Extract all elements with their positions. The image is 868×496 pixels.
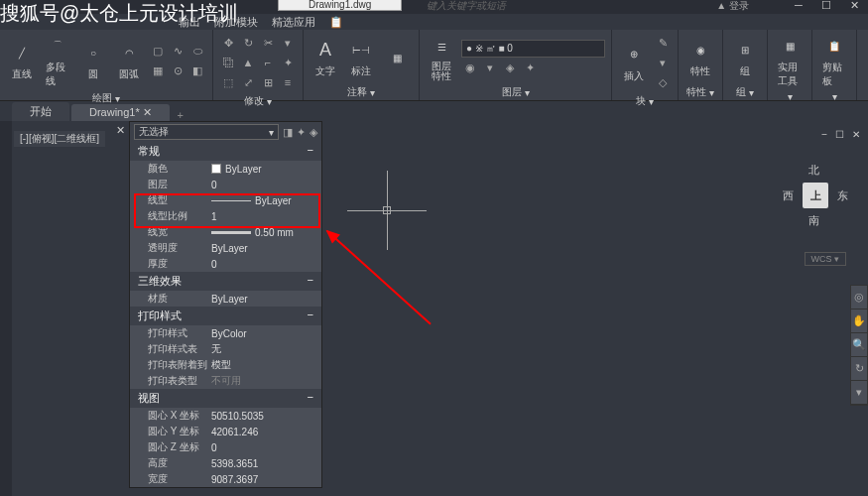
prop-layer[interactable]: 图层0 <box>130 177 321 192</box>
prop-cz[interactable]: 圆心 Z 坐标0 <box>130 439 321 455</box>
layer-tool3-icon[interactable]: ◈ <box>501 60 519 77</box>
group-button[interactable]: ⊞组 <box>727 36 763 80</box>
viewport-label[interactable]: [-][俯视][二维线框] <box>14 131 105 147</box>
panel-close-icon[interactable]: ✕ <box>116 124 125 137</box>
table-button[interactable]: ▦ <box>379 45 415 72</box>
rotate-icon[interactable]: ↻ <box>239 34 257 52</box>
offset-icon[interactable]: ≡ <box>279 73 297 91</box>
prop-tool2-icon[interactable]: ✦ <box>297 126 306 139</box>
close-button[interactable]: ✕ <box>840 0 868 12</box>
nav-wheel-icon[interactable]: ◎ <box>851 286 867 310</box>
rect-icon[interactable]: ▢ <box>149 43 167 61</box>
cube-south[interactable]: 南 <box>808 213 819 228</box>
cube-east[interactable]: 东 <box>837 188 848 203</box>
section-plot[interactable]: 打印样式− <box>130 307 321 325</box>
prop-linetype[interactable]: 线型ByLayer <box>130 192 321 208</box>
prop-material[interactable]: 材质ByLayer <box>130 291 321 307</box>
prop-plottype[interactable]: 打印表类型不可用 <box>130 373 321 389</box>
line-button[interactable]: ╱直线 <box>4 39 40 83</box>
layer-tool-icon[interactable]: ◉ <box>461 60 479 77</box>
menu-extra[interactable]: 📋 <box>329 16 343 29</box>
props-label[interactable]: 特性 ▾ <box>682 84 718 100</box>
prop-ltscale[interactable]: 线型比例1 <box>130 208 321 224</box>
trim-icon[interactable]: ✂ <box>259 34 277 52</box>
dim-button[interactable]: ⊢⊣标注 <box>343 36 379 80</box>
section-3d[interactable]: 三维效果− <box>130 272 321 291</box>
cube-west[interactable]: 西 <box>783 188 794 203</box>
util-label[interactable]: ▾ <box>772 90 807 103</box>
block-attr-icon[interactable]: ▾ <box>654 54 672 71</box>
minimize-button[interactable]: ─ <box>785 0 812 12</box>
util-button[interactable]: ▦实用工具 <box>772 32 807 90</box>
doc-maximize[interactable]: ☐ <box>835 129 844 140</box>
prop-lineweight[interactable]: 线宽0.50 mm <box>130 224 321 240</box>
layer-combo[interactable]: ● ※ ㎡ ■ 0 <box>461 40 605 58</box>
wcs-label[interactable]: WCS ▾ <box>805 252 847 266</box>
tab-add-button[interactable]: + <box>172 109 189 121</box>
layer-tool4-icon[interactable]: ✦ <box>521 60 539 77</box>
fillet-icon[interactable]: ⌐ <box>259 54 277 71</box>
polyline-button[interactable]: ⌒多段线 <box>40 32 75 90</box>
prop-tool1-icon[interactable]: ◨ <box>283 126 293 139</box>
stretch-icon[interactable]: ⬚ <box>219 73 237 91</box>
nav-pan-icon[interactable]: ✋ <box>851 310 867 333</box>
erase-icon[interactable]: ▾ <box>279 34 297 52</box>
selection-dropdown[interactable]: 无选择▾ <box>134 124 279 140</box>
arc-button[interactable]: ◠圆弧 <box>111 39 147 83</box>
point-icon[interactable]: ⊙ <box>169 62 186 80</box>
prop-height[interactable]: 高度5398.3651 <box>130 455 321 471</box>
doc-minimize[interactable]: − <box>821 129 827 140</box>
prop-width[interactable]: 宽度9087.3697 <box>130 471 321 487</box>
region-icon[interactable]: ◧ <box>188 62 206 80</box>
prop-thickness[interactable]: 厚度0 <box>130 256 321 272</box>
view-button[interactable]: ▭视图 <box>861 38 868 82</box>
circle-button[interactable]: ○圆 <box>75 39 111 83</box>
move-icon[interactable]: ✥ <box>219 34 237 52</box>
annot-label[interactable]: 注释 ▾ <box>308 84 415 100</box>
scale-icon[interactable]: ⤢ <box>239 73 257 91</box>
section-view[interactable]: 视图− <box>130 389 321 408</box>
prop-tool3-icon[interactable]: ◈ <box>310 126 317 139</box>
ellipse-icon[interactable]: ⬭ <box>188 43 206 61</box>
view-cube[interactable]: 上 北 南 东 西 <box>781 161 850 230</box>
spline-icon[interactable]: ∿ <box>169 43 186 61</box>
section-general[interactable]: 常规− <box>130 142 321 161</box>
prop-plottable[interactable]: 打印样式表无 <box>130 341 321 357</box>
nav-zoom-icon[interactable]: 🔍 <box>851 333 867 357</box>
maximize-button[interactable]: ☐ <box>812 0 840 12</box>
insert-button[interactable]: ⊕插入 <box>616 41 652 85</box>
props-button[interactable]: ◉特性 <box>682 36 718 80</box>
drawing-canvas[interactable]: − ☐ ✕ 上 北 南 东 西 WCS ▾ ◎ ✋ 🔍 ↻ ▾ <box>327 121 868 496</box>
tab-start[interactable]: 开始 <box>12 102 69 121</box>
menu-featured[interactable]: 精选应用 <box>272 15 315 30</box>
layer-props-button[interactable]: ☰图层 特性 <box>424 33 459 83</box>
explode-icon[interactable]: ✦ <box>279 54 297 71</box>
copy-icon[interactable]: ⿻ <box>219 54 237 71</box>
view-label[interactable]: ▾ <box>861 87 868 100</box>
prop-plotstyle[interactable]: 打印样式ByColor <box>130 325 321 341</box>
array-icon[interactable]: ⊞ <box>259 73 277 91</box>
block-edit-icon[interactable]: ✎ <box>654 34 672 52</box>
prop-plotattached[interactable]: 打印表附着到模型 <box>130 357 321 373</box>
login-button[interactable]: ▲ 登录 <box>716 0 749 13</box>
block-label[interactable]: 块 ▾ <box>616 93 674 109</box>
modify-label[interactable]: 修改 ▾ <box>217 93 299 109</box>
clip-button[interactable]: 📋剪贴板 <box>816 32 852 90</box>
layer-tool2-icon[interactable]: ▾ <box>481 60 499 77</box>
layer-label[interactable]: 图层 ▾ <box>424 84 607 100</box>
clip-label[interactable]: ▾ <box>816 90 852 103</box>
group-label[interactable]: 组 ▾ <box>727 84 763 100</box>
nav-show-icon[interactable]: ▾ <box>851 381 867 405</box>
cube-north[interactable]: 北 <box>808 163 819 178</box>
prop-cy[interactable]: 圆心 Y 坐标42061.246 <box>130 424 321 439</box>
prop-cx[interactable]: 圆心 X 坐标50510.5035 <box>130 408 321 424</box>
prop-color[interactable]: 颜色ByLayer <box>130 161 321 177</box>
nav-orbit-icon[interactable]: ↻ <box>851 357 867 381</box>
prop-transparency[interactable]: 透明度ByLayer <box>130 240 321 256</box>
hatch-icon[interactable]: ▦ <box>149 62 167 80</box>
mirror-icon[interactable]: ▲ <box>239 54 257 71</box>
tab-drawing1[interactable]: Drawing1* ✕ <box>71 104 170 121</box>
block-def-icon[interactable]: ◇ <box>654 73 672 91</box>
search-placeholder[interactable]: 键入关键字或短语 <box>427 0 506 13</box>
doc-close[interactable]: ✕ <box>852 129 860 140</box>
